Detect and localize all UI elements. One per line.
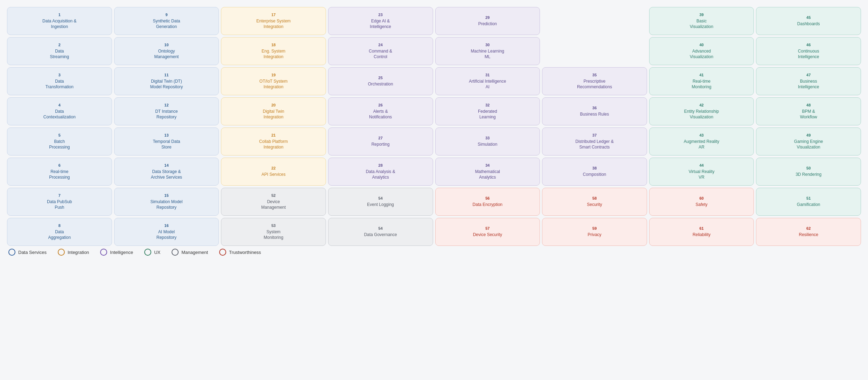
cell-label: Temporal Data Store bbox=[153, 139, 180, 150]
cell-label: Orchestration bbox=[368, 81, 393, 87]
cell-label: Data Governance bbox=[364, 232, 397, 237]
cell-label: Prescriptive Recommendations bbox=[577, 78, 612, 90]
cell-label: Safety bbox=[696, 202, 708, 207]
cell-label: Distributed Ledger & Smart Contracts bbox=[575, 139, 613, 150]
cell-number: 35 bbox=[592, 73, 597, 77]
cell-label: Data Aggregation bbox=[48, 229, 71, 240]
cell-label: Business Rules bbox=[580, 111, 609, 117]
cell-number: 60 bbox=[699, 196, 703, 200]
legend-item-legend-ds: Data Services bbox=[8, 249, 47, 256]
cell-number: 41 bbox=[699, 73, 703, 77]
cell-label: Data Contextualization bbox=[43, 109, 76, 120]
grid-cell-5: 5Batch Processing bbox=[7, 127, 112, 156]
cell-label: Advanced Visualization bbox=[690, 48, 713, 60]
grid-cell-43: 43Augmented Reality AR bbox=[649, 127, 754, 156]
legend-item-legend-trust: Trustworthiness bbox=[219, 249, 261, 256]
cell-number: 28 bbox=[379, 163, 383, 167]
cell-label: Simulation bbox=[478, 141, 497, 147]
cell-label: BPM & Workflow bbox=[800, 109, 817, 120]
cell-label: Eng. System Integration bbox=[262, 48, 285, 60]
grid-cell-57: 57Device Security bbox=[435, 218, 540, 246]
cell-number: 30 bbox=[485, 43, 489, 47]
cell-number: 59 bbox=[592, 226, 597, 230]
cell-label: Data Streaming bbox=[50, 48, 69, 60]
cell-label: Dashboards bbox=[797, 21, 820, 27]
grid-cell-empty1 bbox=[542, 7, 647, 35]
grid-cell-51: 51Gamification bbox=[756, 188, 861, 216]
grid-cell-49: 49Gaming Engine Visualization bbox=[756, 127, 861, 156]
cell-label: Data Encryption bbox=[473, 202, 502, 207]
cell-label: Artificial Intelligence AI bbox=[469, 78, 506, 90]
grid-cell-29: 29Prediction bbox=[435, 7, 540, 35]
grid-cell-42: 42Entity Relationship Visualization bbox=[649, 97, 754, 125]
grid-cell-20: 20Digital Twin Integration bbox=[221, 97, 326, 125]
cell-label: 3D Rendering bbox=[796, 172, 821, 177]
cell-number: 19 bbox=[271, 73, 276, 77]
cell-label: Resilience bbox=[799, 232, 818, 237]
cell-label: System Monitoring bbox=[264, 229, 283, 240]
cell-label: Edge AI & Intelligence bbox=[370, 18, 391, 29]
cell-number: 10 bbox=[164, 43, 168, 47]
cell-label: Digital Twin Integration bbox=[263, 109, 284, 120]
legend-label: Management bbox=[181, 250, 208, 255]
cell-number: 48 bbox=[806, 103, 811, 107]
cell-label: Federated Learning bbox=[478, 109, 497, 120]
cell-number: 40 bbox=[699, 43, 703, 47]
cell-number: 52 bbox=[271, 193, 276, 198]
cell-label: API Services bbox=[262, 172, 286, 177]
grid-cell-52: 52Device Management bbox=[221, 188, 326, 216]
legend-label: Trustworthiness bbox=[229, 250, 261, 255]
grid-cell-8: 8Data Aggregation bbox=[7, 218, 112, 246]
grid-cell-33: 33Simulation bbox=[435, 127, 540, 156]
cell-label: Business Intelligence bbox=[798, 78, 819, 90]
cell-label: Synthetic Data Generation bbox=[153, 18, 180, 29]
cell-number: 5 bbox=[58, 133, 61, 137]
cell-label: Simulation Model Repository bbox=[150, 199, 182, 210]
legend-item-legend-intel: Intelligence bbox=[100, 249, 133, 256]
grid-cell-23: 23Edge AI & Intelligence bbox=[328, 7, 433, 35]
cell-label: Collab Platform Integration bbox=[259, 139, 288, 150]
cell-label: Composition bbox=[583, 172, 606, 177]
grid-cell-28: 28Data Analysis & Analytics bbox=[328, 158, 433, 186]
cell-number: 11 bbox=[164, 73, 168, 77]
cell-number: 27 bbox=[379, 136, 383, 140]
cell-number: 21 bbox=[271, 133, 276, 137]
grid-cell-37: 37Distributed Ledger & Smart Contracts bbox=[542, 127, 647, 156]
cell-number: 1 bbox=[58, 13, 61, 17]
cell-label: Real-time Monitoring bbox=[692, 78, 711, 90]
cell-number: 61 bbox=[699, 226, 703, 230]
cell-number: 20 bbox=[271, 103, 276, 107]
cell-label: Augmented Reality AR bbox=[684, 139, 719, 150]
grid-cell-3: 3Data Transformation bbox=[7, 67, 112, 95]
legend-item-legend-mgmt: Management bbox=[172, 249, 208, 256]
cell-number: 42 bbox=[699, 103, 703, 107]
grid-cell-36: 36Business Rules bbox=[542, 97, 647, 125]
grid-cell-10: 10Ontology Management bbox=[114, 37, 219, 65]
cell-label: Entity Relationship Visualization bbox=[684, 109, 719, 120]
grid-cell-26: 26Alerts & Notifications bbox=[328, 97, 433, 125]
cell-number: 39 bbox=[699, 13, 703, 17]
cell-label: DT Instance Repository bbox=[155, 109, 178, 120]
legend: Data ServicesIntegrationIntelligenceUXMa… bbox=[7, 246, 861, 258]
cell-number: 3 bbox=[58, 73, 61, 77]
legend-label: Intelligence bbox=[110, 250, 133, 255]
cell-label: Data PubSub Push bbox=[47, 199, 72, 210]
cell-number: 47 bbox=[806, 73, 811, 77]
cell-label: Basic Visualization bbox=[690, 18, 713, 29]
cell-number: 54 bbox=[379, 196, 383, 200]
cell-number: 9 bbox=[165, 13, 167, 17]
grid-cell-9: 9Synthetic Data Generation bbox=[114, 7, 219, 35]
cell-number: 56 bbox=[485, 196, 489, 200]
cell-number: 24 bbox=[379, 43, 383, 47]
cell-number: 2 bbox=[58, 43, 61, 47]
grid-cell-25: 25Orchestration bbox=[328, 67, 433, 95]
cell-label: Virtual Reality VR bbox=[689, 169, 715, 180]
grid-cell-32: 32Federated Learning bbox=[435, 97, 540, 125]
grid-cell-1: 1Data Acquisition & Ingestion bbox=[7, 7, 112, 35]
cell-number: 57 bbox=[485, 226, 489, 230]
legend-item-legend-intg: Integration bbox=[58, 249, 89, 256]
cell-number: 49 bbox=[806, 133, 811, 137]
cell-label: Data Transformation bbox=[46, 78, 74, 90]
cell-number: 32 bbox=[485, 103, 489, 107]
cell-number: 14 bbox=[164, 163, 168, 167]
